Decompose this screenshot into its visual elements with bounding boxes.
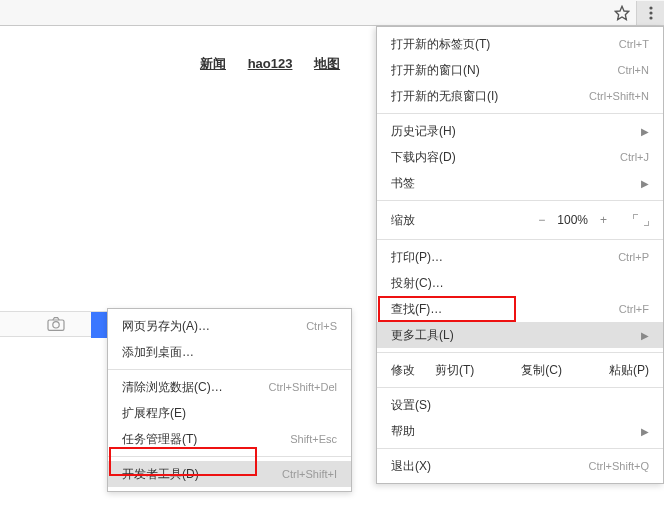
menu-label: 添加到桌面… (122, 344, 337, 361)
menu-settings[interactable]: 设置(S) (377, 392, 663, 418)
menu-label: 开发者工具(D) (122, 466, 282, 483)
menu-label: 打开新的窗口(N) (391, 62, 618, 79)
menu-label: 清除浏览数据(C)… (122, 379, 269, 396)
menu-shortcut: Shift+Esc (290, 433, 337, 445)
menu-label: 更多工具(L) (391, 327, 635, 344)
menu-label: 历史记录(H) (391, 123, 635, 140)
menu-separator (108, 369, 351, 370)
menu-exit[interactable]: 退出(X) Ctrl+Shift+Q (377, 453, 663, 479)
submenu-clear-browsing-data[interactable]: 清除浏览数据(C)… Ctrl+Shift+Del (108, 374, 351, 400)
edit-paste[interactable]: 粘贴(P) (609, 362, 649, 379)
menu-label: 帮助 (391, 423, 635, 440)
chevron-right-icon: ▶ (641, 330, 649, 341)
menu-separator (377, 448, 663, 449)
menu-cast[interactable]: 投射(C)… (377, 270, 663, 296)
edit-label: 修改 (391, 362, 415, 379)
menu-shortcut: Ctrl+F (619, 303, 649, 315)
menu-label: 任务管理器(T) (122, 431, 290, 448)
camera-icon[interactable] (46, 316, 66, 332)
browser-menu-button[interactable] (636, 1, 664, 25)
menu-shortcut: Ctrl+S (306, 320, 337, 332)
fullscreen-icon[interactable] (633, 214, 649, 226)
menu-label: 查找(F)… (391, 301, 619, 318)
chevron-right-icon: ▶ (641, 126, 649, 137)
search-strip (0, 311, 107, 337)
menu-new-tab[interactable]: 打开新的标签页(T) Ctrl+T (377, 31, 663, 57)
menu-shortcut: Ctrl+J (620, 151, 649, 163)
menu-label: 退出(X) (391, 458, 588, 475)
menu-shortcut: Ctrl+N (618, 64, 649, 76)
zoom-percent: 100% (557, 213, 588, 227)
menu-shortcut: Ctrl+Shift+Del (269, 381, 337, 393)
edit-cut[interactable]: 剪切(T) (435, 362, 474, 379)
edit-copy[interactable]: 复制(C) (521, 362, 562, 379)
menu-help[interactable]: 帮助 ▶ (377, 418, 663, 444)
more-tools-submenu: 网页另存为(A)… Ctrl+S 添加到桌面… 清除浏览数据(C)… Ctrl+… (107, 308, 352, 492)
chevron-right-icon: ▶ (641, 178, 649, 189)
browser-main-menu: 打开新的标签页(T) Ctrl+T 打开新的窗口(N) Ctrl+N 打开新的无… (376, 26, 664, 484)
star-icon (614, 5, 630, 21)
menu-label: 下载内容(D) (391, 149, 620, 166)
menu-shortcut: Ctrl+Shift+Q (588, 460, 649, 472)
submenu-add-to-desktop[interactable]: 添加到桌面… (108, 339, 351, 365)
menu-edit: 修改 剪切(T) 复制(C) 粘贴(P) (377, 357, 663, 383)
nav-map[interactable]: 地图 (314, 56, 340, 71)
submenu-task-manager[interactable]: 任务管理器(T) Shift+Esc (108, 426, 351, 452)
svg-marker-0 (615, 6, 628, 19)
svg-point-3 (649, 16, 652, 19)
submenu-developer-tools[interactable]: 开发者工具(D) Ctrl+Shift+I (108, 461, 351, 487)
menu-more-tools[interactable]: 更多工具(L) ▶ (377, 322, 663, 348)
menu-separator (377, 387, 663, 388)
menu-label: 扩展程序(E) (122, 405, 337, 422)
nav-news[interactable]: 新闻 (200, 56, 226, 71)
zoom-out-button[interactable]: − (538, 213, 545, 227)
menu-new-incognito[interactable]: 打开新的无痕窗口(I) Ctrl+Shift+N (377, 83, 663, 109)
menu-zoom: 缩放 − 100% + (377, 205, 663, 235)
menu-print[interactable]: 打印(P)… Ctrl+P (377, 244, 663, 270)
kebab-icon (649, 6, 653, 20)
svg-point-1 (649, 6, 652, 9)
menu-separator (377, 239, 663, 240)
menu-separator (377, 113, 663, 114)
menu-bookmarks[interactable]: 书签 ▶ (377, 170, 663, 196)
svg-point-5 (53, 322, 59, 328)
menu-label: 打开新的标签页(T) (391, 36, 619, 53)
menu-label: 书签 (391, 175, 635, 192)
menu-shortcut: Ctrl+Shift+N (589, 90, 649, 102)
browser-toolbar (0, 0, 664, 26)
menu-new-window[interactable]: 打开新的窗口(N) Ctrl+N (377, 57, 663, 83)
menu-separator (377, 200, 663, 201)
chevron-right-icon: ▶ (641, 426, 649, 437)
submenu-save-as[interactable]: 网页另存为(A)… Ctrl+S (108, 313, 351, 339)
menu-label: 网页另存为(A)… (122, 318, 306, 335)
menu-find[interactable]: 查找(F)… Ctrl+F (377, 296, 663, 322)
zoom-in-button[interactable]: + (600, 213, 607, 227)
menu-history[interactable]: 历史记录(H) ▶ (377, 118, 663, 144)
menu-shortcut: Ctrl+P (618, 251, 649, 263)
submenu-extensions[interactable]: 扩展程序(E) (108, 400, 351, 426)
menu-shortcut: Ctrl+T (619, 38, 649, 50)
nav-hao123[interactable]: hao123 (248, 56, 293, 71)
menu-label: 投射(C)… (391, 275, 649, 292)
menu-label: 设置(S) (391, 397, 649, 414)
menu-label: 打印(P)… (391, 249, 618, 266)
menu-label: 打开新的无痕窗口(I) (391, 88, 589, 105)
menu-separator (377, 352, 663, 353)
menu-downloads[interactable]: 下载内容(D) Ctrl+J (377, 144, 663, 170)
menu-shortcut: Ctrl+Shift+I (282, 468, 337, 480)
bookmark-star-button[interactable] (608, 1, 636, 25)
page-nav-links: 新闻 hao123 地图 (200, 55, 358, 73)
svg-point-2 (649, 11, 652, 14)
zoom-label: 缩放 (391, 212, 538, 229)
menu-separator (108, 456, 351, 457)
search-button-edge[interactable] (91, 312, 107, 338)
